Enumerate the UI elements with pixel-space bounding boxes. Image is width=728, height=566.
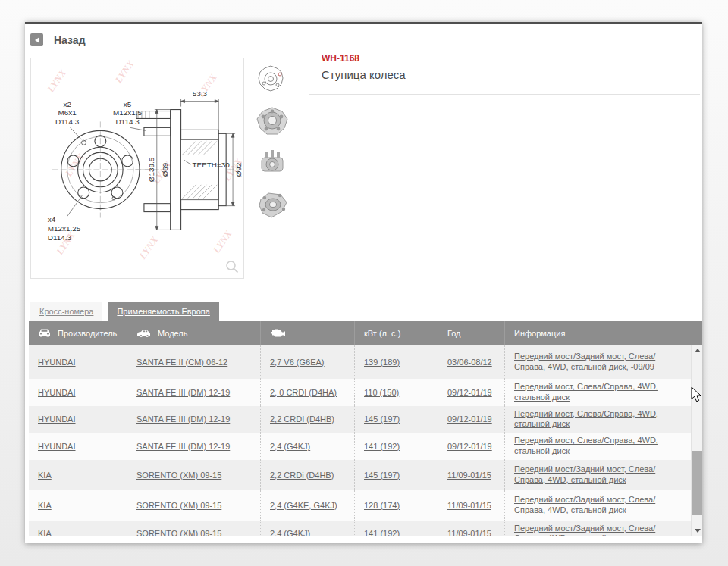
applicability-table: Производитель Модель кВт (л. с.) Год <box>29 321 702 536</box>
tab-cross-numbers[interactable]: Кросс-номера <box>30 302 102 321</box>
power-link[interactable]: 139 (189) <box>364 358 400 367</box>
manufacturer-link[interactable]: HYUNDAI <box>38 442 76 451</box>
back-row: Назад <box>30 33 86 46</box>
info-link[interactable]: Передний мост, Слева/Справа, 4WD, стальн… <box>514 382 686 403</box>
table-scrollbar[interactable] <box>691 345 702 536</box>
year-link[interactable]: 11/09-01/15 <box>447 471 491 480</box>
manufacturer-link[interactable]: HYUNDAI <box>38 414 76 424</box>
manufacturer-link[interactable]: HYUNDAI <box>38 388 76 397</box>
back-arrow-icon <box>35 37 39 43</box>
power-link[interactable]: 145 (197) <box>364 414 400 424</box>
manufacturer-link[interactable]: KIA <box>38 471 52 480</box>
info-link[interactable]: Передний мост/Задний мост, Слева/Справа,… <box>514 524 686 536</box>
back-label[interactable]: Назад <box>54 34 86 46</box>
cell-model: SANTA FE III (DM) 12-19 <box>127 379 260 406</box>
hub-drawing-thumb[interactable] <box>255 64 290 95</box>
model-link[interactable]: SORENTO (XM) 09-15 <box>136 529 221 536</box>
power-link[interactable]: 141 (192) <box>364 529 400 536</box>
table-row: KIASORENTO (XM) 09-152,2 CRDi (D4HB)145 … <box>29 460 691 490</box>
table-row: HYUNDAISANTA FE II (CM) 06-122,7 V6 (G6E… <box>29 345 691 379</box>
tab-applicability-europe[interactable]: Применяемость Европа <box>108 302 219 321</box>
year-link[interactable]: 03/06-08/12 <box>447 358 492 367</box>
svg-text:LYNX: LYNX <box>45 67 68 95</box>
power-link[interactable]: 145 (197) <box>364 471 400 480</box>
thumbnail-list <box>255 64 293 230</box>
year-link[interactable]: 11/09-01/15 <box>447 501 491 510</box>
info-link[interactable]: Передний мост/Задний мост, Слева/Справа,… <box>514 352 686 373</box>
header-info: Информация <box>504 321 702 345</box>
engine-link[interactable]: 2,4 (G4KJ) <box>270 442 310 451</box>
manufacturer-link[interactable]: KIA <box>38 529 52 536</box>
cell-engine: 2,2 CRDi (D4HB) <box>260 460 354 490</box>
engine-link[interactable]: 2,2 CRDI (D4HB) <box>270 414 334 424</box>
table-row: KIASORENTO (XM) 09-152,4 (G4KE, G4KJ)128… <box>29 490 691 521</box>
cell-engine: 2, 0 CRDI (D4HA) <box>260 379 354 406</box>
svg-text:TEETH=30: TEETH=30 <box>192 161 230 169</box>
engine-link[interactable]: 2,4 (G4KE, G4KJ) <box>270 501 337 510</box>
cell-year: 11/09-01/15 <box>438 460 504 490</box>
svg-text:D114.3: D114.3 <box>115 117 140 126</box>
header-manufacturer-label: Производитель <box>58 329 117 338</box>
svg-text:Ø92: Ø92 <box>234 162 242 177</box>
power-link[interactable]: 128 (174) <box>364 501 400 510</box>
title-divider <box>309 94 700 95</box>
power-link[interactable]: 141 (192) <box>364 442 400 451</box>
cell-power: 141 (192) <box>354 433 438 460</box>
power-link[interactable]: 110 (150) <box>364 388 399 397</box>
scrollbar-thumb[interactable] <box>692 451 702 515</box>
engine-link[interactable]: 2,4 (G4KJ) <box>270 529 310 536</box>
magnifier-icon[interactable] <box>225 260 239 274</box>
car-front-icon <box>38 328 51 338</box>
header-engine <box>260 321 354 345</box>
table-row: HYUNDAISANTA FE III (DM) 12-192,4 (G4KJ)… <box>29 433 691 460</box>
scrollbar-up-arrow[interactable] <box>692 345 702 355</box>
table-row: KIASORENTO (XM) 09-152,4 (G4KJ)141 (192)… <box>29 521 691 536</box>
info-link[interactable]: Передний мост, Слева/Справа, 4WD, стальн… <box>514 409 686 430</box>
manufacturer-link[interactable]: KIA <box>38 501 52 510</box>
model-link[interactable]: SANTA FE III (DM) 12-19 <box>136 414 230 424</box>
svg-text:53.3: 53.3 <box>193 89 208 98</box>
model-link[interactable]: SORENTO (XM) 09-15 <box>136 471 221 480</box>
cell-model: SANTA FE II (CM) 06-12 <box>127 345 260 379</box>
year-link[interactable]: 09/12-01/19 <box>447 442 492 451</box>
cell-manufacturer: KIA <box>29 490 127 521</box>
cell-info: Передний мост/Задний мост, Слева/Справа,… <box>504 460 691 490</box>
cell-engine: 2,4 (G4KJ) <box>260 521 354 536</box>
hub-photo-front[interactable] <box>255 105 290 137</box>
cell-manufacturer: HYUNDAI <box>29 433 127 460</box>
cell-year: 03/06-08/12 <box>438 345 504 379</box>
hub-photo-angle[interactable] <box>255 189 290 220</box>
scrollbar-down-arrow[interactable] <box>692 525 702 536</box>
engine-icon <box>270 328 286 338</box>
cell-model: SANTA FE III (DM) 12-19 <box>127 406 260 433</box>
year-link[interactable]: 09/12-01/19 <box>447 388 492 397</box>
header-manufacturer: Производитель <box>29 321 127 345</box>
year-link[interactable]: 11/09-01/15 <box>447 529 491 536</box>
info-link[interactable]: Передний мост/Задний мост, Слева/Справа,… <box>514 464 686 486</box>
svg-text:LYNX: LYNX <box>136 234 160 261</box>
svg-text:M12x1.5: M12x1.5 <box>113 108 142 117</box>
cell-engine: 2,2 CRDI (D4HB) <box>260 406 354 433</box>
model-link[interactable]: SANTA FE III (DM) 12-19 <box>136 442 230 451</box>
manufacturer-link[interactable]: HYUNDAI <box>38 358 76 367</box>
model-link[interactable]: SANTA FE II (CM) 06-12 <box>136 358 228 367</box>
engine-link[interactable]: 2,7 V6 (G6EA) <box>270 358 325 367</box>
cell-power: 145 (197) <box>354 406 438 433</box>
engine-link[interactable]: 2,2 CRDi (D4HB) <box>270 471 334 480</box>
model-link[interactable]: SORENTO (XM) 09-15 <box>136 501 221 510</box>
engine-link[interactable]: 2, 0 CRDI (D4HA) <box>270 388 337 397</box>
cell-manufacturer: HYUNDAI <box>29 379 127 406</box>
info-link[interactable]: Передний мост, Слева/Справа, 4WD, стальн… <box>514 436 686 457</box>
back-button[interactable] <box>30 33 43 46</box>
hub-photo-side[interactable] <box>255 147 290 179</box>
cell-power: 139 (189) <box>354 345 438 379</box>
part-technical-drawing[interactable]: LYNX LYNX LYNX LYNX LYNX LYNX LYNX LYNX … <box>30 58 244 279</box>
cell-engine: 2,4 (G4KE, G4KJ) <box>260 490 354 521</box>
info-link[interactable]: Передний мост/Задний мост, Слева/Справа,… <box>514 495 686 516</box>
cell-manufacturer: KIA <box>29 521 127 536</box>
year-link[interactable]: 09/12-01/19 <box>447 414 492 424</box>
model-link[interactable]: SANTA FE III (DM) 12-19 <box>136 388 230 397</box>
table-body: HYUNDAISANTA FE II (CM) 06-122,7 V6 (G6E… <box>29 345 702 536</box>
tab-bar: Кросс-номера Применяемость Европа <box>30 303 219 321</box>
cell-year: 09/12-01/19 <box>438 433 504 460</box>
